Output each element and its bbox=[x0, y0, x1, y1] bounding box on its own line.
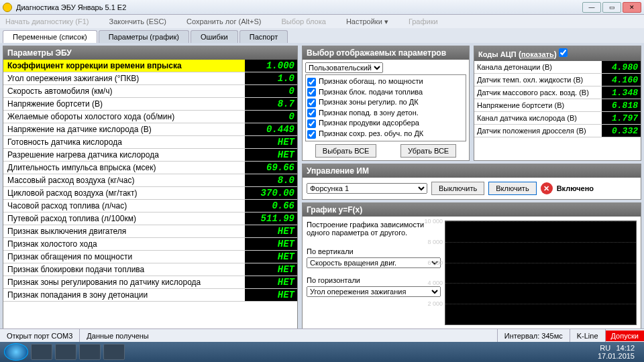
param-label: Признак холостого хода bbox=[3, 239, 245, 249]
adc-row: Датчик положения дросселя (В)0.332 bbox=[474, 125, 641, 137]
adc-value: 4.980 bbox=[602, 61, 641, 73]
status-port: Открыт порт COM3 bbox=[0, 329, 80, 342]
param-label: Признак обгащения по мощности bbox=[3, 252, 245, 261]
status-kline: K-Line bbox=[570, 329, 606, 342]
param-label: Скорость автомобиля (км/ч) bbox=[3, 86, 245, 96]
checklist-item[interactable]: Признак обогащ. по мощности bbox=[307, 76, 464, 87]
menu-block: Выбор блока bbox=[281, 17, 325, 25]
adc-show-link[interactable]: показать bbox=[521, 50, 554, 58]
param-value: НЕТ bbox=[245, 289, 297, 301]
param-row[interactable]: Угол опережения зажигания (°ПКВ)1.0 bbox=[3, 72, 297, 85]
param-row[interactable]: Признак обгащения по мощностиНЕТ bbox=[3, 251, 297, 263]
taskbar-icon[interactable] bbox=[55, 344, 76, 360]
param-row[interactable]: Признак холостого ходаНЕТ bbox=[3, 238, 297, 251]
param-row[interactable]: Напряжение бортсети (В)8.7 bbox=[3, 98, 297, 111]
param-value: 0 bbox=[245, 85, 297, 97]
param-value: 511.99 bbox=[245, 213, 297, 225]
menu-end[interactable]: Закончить (ESC) bbox=[109, 17, 166, 25]
select-all-button[interactable]: Выбрать ВСЕ bbox=[315, 144, 377, 158]
checklist-checkbox[interactable] bbox=[307, 88, 316, 97]
param-value: 370.00 bbox=[245, 187, 297, 199]
tab-passport[interactable]: Паспорт bbox=[239, 30, 288, 43]
checklist-checkbox[interactable] bbox=[307, 109, 316, 117]
param-label: Разрешение нагрева датчика кислорода bbox=[3, 150, 245, 160]
param-value: 0.449 bbox=[245, 123, 297, 135]
param-row[interactable]: Коэффициент коррекции времени впрыска1.0… bbox=[3, 60, 297, 72]
adc-header: Коды АЦП (показать) bbox=[474, 46, 641, 61]
param-row[interactable]: Признак выключения двигателяНЕТ bbox=[3, 225, 297, 238]
maximize-button[interactable]: ▭ bbox=[602, 2, 621, 13]
actuator-select[interactable]: Форсунка 1 bbox=[307, 183, 427, 194]
minimize-button[interactable]: — bbox=[582, 2, 601, 13]
param-value: 69.66 bbox=[245, 162, 297, 174]
param-row[interactable]: Цикловой расход воздуха (мг/такт)370.00 bbox=[3, 187, 297, 200]
param-row[interactable]: Длительность импульса впрыска (мсек)69.6… bbox=[3, 162, 297, 174]
start-button[interactable] bbox=[4, 343, 28, 361]
param-row[interactable]: Признак зоны регулирования по датчику ки… bbox=[3, 276, 297, 289]
checklist-item[interactable]: Признак продувки адсорбера bbox=[307, 118, 464, 129]
param-label: Признак попадания в зону детонации bbox=[3, 290, 245, 300]
adc-row: Датчик темп. охл. жидкости (В)4.160 bbox=[474, 74, 641, 86]
checklist-checkbox[interactable] bbox=[307, 119, 316, 128]
taskbar-icon[interactable] bbox=[103, 344, 125, 360]
param-label: Длительность импульса впрыска (мсек) bbox=[3, 163, 245, 172]
adc-label: Канал датчика кислорода (В) bbox=[474, 114, 602, 122]
adc-show-checkbox[interactable] bbox=[559, 48, 568, 57]
adc-value: 0.332 bbox=[602, 125, 641, 137]
checklist-item[interactable]: Признак попад. в зону детон. bbox=[307, 108, 464, 119]
stop-icon[interactable]: ✕ bbox=[541, 182, 553, 194]
param-label: Желаемые обороты холостого хода (об/мин) bbox=[3, 112, 245, 121]
param-row[interactable]: Признак блокировки подачи топливаНЕТ bbox=[3, 263, 297, 276]
adc-label: Датчик массового расх. возд. (В) bbox=[474, 88, 602, 97]
control-header: Управление ИМ bbox=[303, 164, 641, 178]
off-button[interactable]: Выключить bbox=[431, 182, 484, 195]
param-label: Путевой расход топлива (л/100км) bbox=[3, 214, 245, 223]
taskbar-icon[interactable] bbox=[31, 344, 52, 360]
param-row[interactable]: Путевой расход топлива (л/100км)511.99 bbox=[3, 213, 297, 225]
param-value: НЕТ bbox=[245, 238, 297, 250]
param-label: Часовой расход топлива (л/час) bbox=[3, 201, 245, 210]
checklist-checkbox[interactable] bbox=[307, 130, 316, 139]
checklist-item[interactable]: Признак сохр. рез. обуч. по ДК bbox=[307, 129, 464, 139]
checklist-item[interactable]: Признак блок. подачи топлива bbox=[307, 87, 464, 98]
param-checklist[interactable]: Признак обогащ. по мощностиПризнак блок.… bbox=[305, 74, 466, 141]
status-dopuski[interactable]: Допуски bbox=[606, 330, 644, 341]
titlebar: Диагностика ЭБУ Январь 5.1 E2 — ▭ ✕ bbox=[0, 0, 644, 15]
param-label: Массовый расход воздуха (кг/час) bbox=[3, 176, 245, 185]
menu-charts: Графики bbox=[409, 17, 438, 25]
taskbar-icon[interactable] bbox=[79, 344, 101, 360]
vertical-select[interactable]: Скорость вращения двиг. bbox=[307, 257, 441, 268]
adc-value: 1.348 bbox=[602, 86, 641, 99]
close-button[interactable]: ✕ bbox=[623, 2, 641, 13]
chart-area: 2 0004 0006 0008 00010 000 bbox=[445, 221, 637, 325]
preset-select[interactable]: Пользовательский bbox=[305, 62, 383, 73]
system-tray[interactable]: RU 14:1217.01.2015 bbox=[598, 344, 640, 360]
param-row[interactable]: Массовый расход воздуха (кг/час)8.0 bbox=[3, 174, 297, 187]
checklist-checkbox[interactable] bbox=[307, 99, 316, 107]
param-row[interactable]: Желаемые обороты холостого хода (об/мин)… bbox=[3, 111, 297, 123]
select-params-header: Выбор отображаемых параметров bbox=[303, 46, 469, 60]
adc-row: Датчик массового расх. возд. (В)1.348 bbox=[474, 86, 641, 99]
adc-row: Напряжение бортсети (В)6.818 bbox=[474, 99, 641, 112]
param-row[interactable]: Часовой расход топлива (л/час)0.66 bbox=[3, 200, 297, 213]
tab-errors[interactable]: Ошибки bbox=[191, 30, 238, 43]
app-icon bbox=[3, 3, 12, 12]
on-button[interactable]: Включить bbox=[488, 182, 536, 195]
checklist-checkbox[interactable] bbox=[307, 78, 316, 86]
horizontal-select[interactable]: Угол опережения зажигания bbox=[307, 286, 441, 297]
param-row[interactable]: Скорость автомобиля (км/ч)0 bbox=[3, 85, 297, 98]
tab-params-graph[interactable]: Параметры (график) bbox=[99, 30, 189, 43]
param-row[interactable]: Признак попадания в зону детонацииНЕТ bbox=[3, 289, 297, 302]
adc-label: Канала детонации (В) bbox=[474, 63, 602, 71]
remove-all-button[interactable]: Убрать ВСЕ bbox=[400, 144, 456, 158]
param-row[interactable]: Готовность датчика кислородаНЕТ bbox=[3, 136, 297, 149]
param-row[interactable]: Разрешение нагрева датчика кислородаНЕТ bbox=[3, 149, 297, 162]
tab-variables[interactable]: Переменные (список) bbox=[3, 30, 97, 43]
status-data: Данные получены bbox=[80, 329, 497, 342]
menu-save[interactable]: Сохранить лог (Alt+S) bbox=[186, 17, 261, 25]
param-row[interactable]: Напряжение на датчике кислорода (В)0.449 bbox=[3, 123, 297, 136]
menu-settings[interactable]: Настройки ▾ bbox=[346, 17, 388, 26]
adc-value: 1.797 bbox=[602, 112, 641, 124]
params-table[interactable]: Коэффициент коррекции времени впрыска1.0… bbox=[3, 60, 297, 329]
checklist-item[interactable]: Признак зоны регулир. по ДК bbox=[307, 97, 464, 108]
